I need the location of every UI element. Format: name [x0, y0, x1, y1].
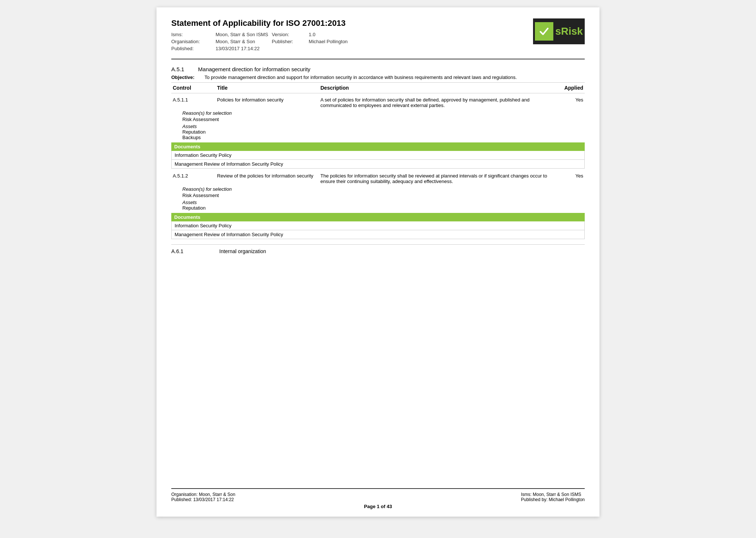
- footer-right: Isms: Moon, Starr & Son ISMS Published b…: [521, 492, 585, 502]
- header-divider: [171, 59, 585, 59]
- footer-left: Organisation: Moon, Starr & Son Publishe…: [171, 492, 235, 502]
- doc-item-mrisp-2: Management Review of Information Securit…: [172, 230, 584, 239]
- section-a5-1-id: A.5.1: [171, 66, 184, 72]
- page-title: Statement of Applicability for ISO 27001…: [171, 18, 361, 28]
- control-id-a5-1-1: A.5.1.1: [171, 96, 216, 109]
- assets-label-a5-1-1: Assets: [182, 124, 585, 129]
- control-a5-1-2: A.5.1.2 Review of the policies for infor…: [171, 172, 585, 239]
- footer-published-by-label: Published by:: [521, 497, 547, 502]
- header-meta: Isms: Moon, Starr & Son ISMS Version: 1.…: [171, 32, 361, 51]
- documents-bar-a5-1-2: Documents: [171, 213, 585, 221]
- isms-label: Isms:: [171, 32, 212, 37]
- assets-item-backups: Backups: [182, 135, 585, 140]
- isms-value: Moon, Starr & Son ISMS: [216, 32, 268, 37]
- section-a5-1: A.5.1 Management direction for informati…: [171, 66, 585, 72]
- control-a5-1-1: A.5.1.1 Policies for information securit…: [171, 96, 585, 169]
- doc-item-mrisp-1: Management Review of Information Securit…: [172, 160, 584, 168]
- logo-text: sRisk: [555, 25, 583, 37]
- th-control: Control: [171, 84, 216, 92]
- control-applied-a5-1-1: Yes: [555, 96, 585, 109]
- doc-item-isp-2: Information Security Policy: [172, 221, 584, 230]
- th-title: Title: [216, 84, 319, 92]
- main-content: A.5.1 Management direction for informati…: [171, 63, 585, 488]
- control-title-a5-1-2: Review of the policies for information s…: [216, 172, 319, 185]
- assets-block-a5-1-1: Assets Reputation Backups: [171, 124, 585, 140]
- table-header: Control Title Description Applied: [171, 82, 585, 93]
- footer-published-label: Published:: [171, 497, 192, 502]
- published-label: Published:: [171, 46, 212, 51]
- footer-page-info: Page 1 of 43: [171, 504, 585, 509]
- vsrisk-logo: sRisk: [533, 18, 585, 44]
- assets-item-reputation-1: Reputation: [182, 129, 585, 135]
- footer-org: Organisation: Moon, Starr & Son: [171, 492, 235, 497]
- section-a5-1-title: Management direction for information sec…: [198, 66, 310, 72]
- th-description: Description: [319, 84, 555, 92]
- assets-item-reputation-2: Reputation: [182, 205, 585, 211]
- document-page: Statement of Applicability for ISO 27001…: [157, 7, 599, 517]
- reasons-label-a5-1-1: Reason(s) for selection: [182, 110, 585, 116]
- control-id-a5-1-2: A.5.1.2: [171, 172, 216, 185]
- control-desc-a5-1-2: The policies for information security sh…: [319, 172, 555, 185]
- footer-isms: Isms: Moon, Starr & Son ISMS: [521, 492, 585, 497]
- objective-label: Objective:: [171, 75, 201, 80]
- control-row-a5-1-1: A.5.1.1 Policies for information securit…: [171, 96, 585, 109]
- doc-item-isp-1: Information Security Policy: [172, 151, 584, 160]
- reasons-block-a5-1-1: Reason(s) for selection Risk Assessment: [171, 110, 585, 122]
- org-value: Moon, Starr & Son: [216, 39, 268, 44]
- page-footer: Organisation: Moon, Starr & Son Publishe…: [171, 488, 585, 509]
- section-a6-1-id: A.6.1: [171, 248, 216, 254]
- doc-items-a5-1-2: Information Security Policy Management R…: [171, 221, 585, 239]
- publisher-label: Publisher:: [272, 39, 305, 44]
- reasons-block-a5-1-2: Reason(s) for selection Risk Assessment: [171, 186, 585, 198]
- control-row-a5-1-2: A.5.1.2 Review of the policies for infor…: [171, 172, 585, 185]
- org-label: Organisation:: [171, 39, 212, 44]
- footer-content: Organisation: Moon, Starr & Son Publishe…: [171, 492, 585, 502]
- assets-label-a5-1-2: Assets: [182, 200, 585, 205]
- footer-org-value: Moon, Starr & Son: [199, 492, 236, 497]
- section-a6-1: A.6.1 Internal organization: [171, 244, 585, 254]
- published-value: 13/03/2017 17:14:22: [216, 46, 268, 51]
- assets-block-a5-1-2: Assets Reputation: [171, 200, 585, 211]
- footer-published-value: 13/03/2017 17:14:22: [193, 497, 234, 502]
- publisher-value: Michael Pollington: [309, 39, 361, 44]
- control-desc-a5-1-1: A set of policies for information securi…: [319, 96, 555, 109]
- logo-checkmark: [535, 22, 553, 41]
- documents-bar-a5-1-1: Documents: [171, 142, 585, 151]
- footer-publisher: Published by: Michael Pollington: [521, 497, 585, 502]
- doc-group-a5-1-1: Documents Information Security Policy Ma…: [171, 142, 585, 169]
- th-applied: Applied: [555, 84, 585, 92]
- doc-items-a5-1-1: Information Security Policy Management R…: [171, 151, 585, 169]
- reasons-label-a5-1-2: Reason(s) for selection: [182, 186, 585, 192]
- objective-row: Objective: To provide management directi…: [171, 75, 585, 80]
- objective-text: To provide management direction and supp…: [205, 75, 585, 80]
- page-header: Statement of Applicability for ISO 27001…: [171, 18, 585, 51]
- version-value: 1.0: [309, 32, 361, 37]
- section-a6-1-title: Internal organization: [219, 248, 266, 254]
- doc-group-a5-1-2: Documents Information Security Policy Ma…: [171, 213, 585, 239]
- control-applied-a5-1-2: Yes: [555, 172, 585, 185]
- reasons-item-1: Risk Assessment: [182, 117, 585, 122]
- footer-org-label: Organisation:: [171, 492, 197, 497]
- control-title-a5-1-1: Policies for information security: [216, 96, 319, 109]
- footer-published: Published: 13/03/2017 17:14:22: [171, 497, 235, 502]
- footer-isms-value: Moon, Starr & Son ISMS: [533, 492, 581, 497]
- footer-isms-label: Isms:: [521, 492, 533, 497]
- version-label: Version:: [272, 32, 305, 37]
- footer-published-by-value: Michael Pollington: [549, 497, 585, 502]
- reasons-item-2: Risk Assessment: [182, 193, 585, 198]
- header-left: Statement of Applicability for ISO 27001…: [171, 18, 361, 51]
